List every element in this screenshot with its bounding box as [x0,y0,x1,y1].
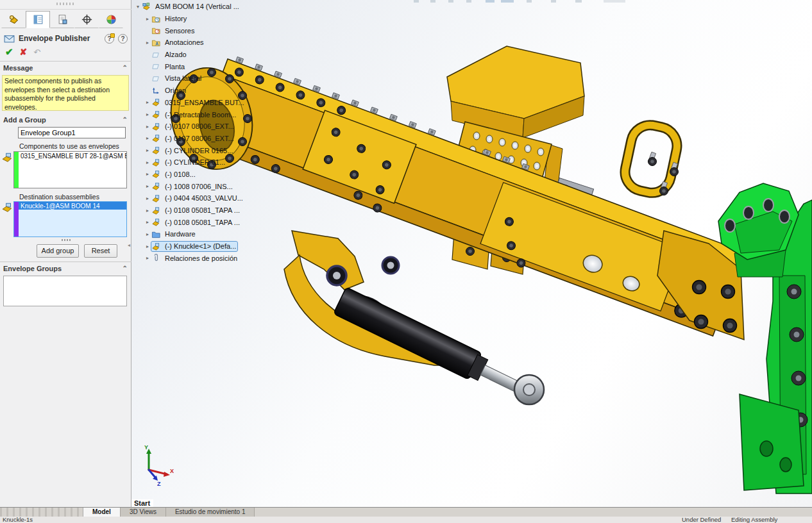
tree-item[interactable]: Planta [134,60,282,72]
tree-item-label: (-) 1008 07006_INS... [164,183,234,190]
tree-item[interactable]: ▸(-) 0108... [134,169,282,181]
message-text: Select components to publish as envelope… [2,75,129,111]
chevron-up-icon: ⌃ [123,116,128,123]
status-bar: Knuckle-1s Under Defined Editing Assembl… [0,517,812,523]
plane-icon [151,74,161,83]
expand-arrow-icon[interactable]: ▸ [144,208,151,213]
expand-arrow-icon[interactable]: ▸ [144,124,151,129]
feature-tree: ▾ASM BOOM 14 (Vertical ...▸HistorySensor… [134,1,282,264]
divider [0,61,131,62]
tree-item[interactable]: ▸Hardware [134,228,282,240]
mates-icon [151,253,161,263]
panel-resize-grip[interactable] [56,3,74,5]
add-group-button[interactable]: Add group [37,244,79,258]
component-icon [151,122,161,131]
expand-arrow-icon[interactable]: ▸ [144,112,151,117]
tree-item[interactable]: ▸(-) 0108 05081_TAPA ... [134,204,282,217]
whats-wrong-help-icon[interactable]: ? [105,34,114,44]
tree-item[interactable]: ▸(-) Retractable Boom... [134,108,282,120]
doc-tab-estudio-de-movimiento-1[interactable]: Estudio de movimiento 1 [166,508,255,517]
dimxpertmanager-tab[interactable] [74,11,99,28]
propertymanager-tab[interactable] [26,11,50,28]
group-name-input[interactable] [18,127,126,138]
envelope-groups-list[interactable] [3,276,127,306]
tree-item[interactable]: ▸(-) 0108 05081_TAPA ... [134,216,282,228]
cancel-button[interactable]: ✘ [20,47,28,57]
component-icon [151,145,161,155]
status-selection-text: Knuckle-1s [3,516,33,523]
components-selection-list[interactable]: 0315_ENSAMBLE BUT 28-1@ASM BOOM 14. [13,151,127,188]
envelope-publisher-icon [4,34,15,44]
tree-item[interactable]: Sensores [134,24,282,37]
expand-arrow-icon[interactable]: ▸ [144,40,151,46]
expand-arrow-icon[interactable]: ▾ [134,4,142,10]
tree-item[interactable]: ▸(-) CYLINDER 0165... [134,144,282,156]
expand-arrow-icon[interactable]: ▸ [144,183,151,189]
ok-button[interactable]: ✔ [5,46,13,58]
tree-item[interactable]: ▸(-) 0404 45003_VALVU... [134,192,282,204]
add-group-section-header[interactable]: Add a Group ⌃ [0,115,131,126]
doc-tab-3d-views[interactable]: 3D Views [121,508,166,517]
manager-tab-strip [1,11,123,28]
tree-item-label: (-) Knuckle<1> (Defa... [164,242,237,250]
tree-item[interactable]: ▸(-) 0107 08006_EXT... [134,120,282,133]
tree-item[interactable]: ▾ASM BOOM 14 (Vertical ... [134,1,282,13]
undo-button[interactable]: ↶ [33,47,40,57]
plane-icon [151,62,161,71]
expand-arrow-icon[interactable]: ▸ [144,171,151,177]
expand-arrow-icon[interactable]: ▸ [144,244,151,249]
expand-arrow-icon[interactable]: ▸ [144,219,151,225]
list-resize-grip[interactable] [62,239,71,241]
tree-item[interactable]: Alzado [134,49,282,61]
tab-scroll-area[interactable] [0,508,83,517]
component-icon [151,97,161,107]
expand-arrow-icon[interactable]: ▸ [144,255,151,261]
featuremanager-icon [8,14,19,25]
divider [0,262,131,262]
displaymanager-tab[interactable] [99,11,123,28]
panel-flyout-handle[interactable]: ◂ [128,238,131,253]
tree-item[interactable]: ▸(-) 1008 07006_INS... [134,180,282,192]
reset-button[interactable]: Reset [84,244,117,258]
expand-arrow-icon[interactable]: ▸ [144,135,151,141]
expand-arrow-icon[interactable]: ▸ [144,160,151,165]
envelope-groups-section-header[interactable]: Envelope Groups ⌃ [0,263,131,274]
graphics-viewport[interactable]: Y X Z ▾ASM BOOM 14 (Vertical ...▸History… [131,0,812,508]
triad-y-label: Y [144,444,148,451]
expand-arrow-icon[interactable]: ▸ [144,99,151,105]
tree-item[interactable]: ▸(-) 0107 08006_EXT... [134,133,282,145]
tree-item[interactable]: ▸History [134,13,282,25]
coordinate-triad: Y X Z [144,444,174,487]
tree-item[interactable]: ▸(-) CYLINDER 01... [134,156,282,169]
doc-tab-model[interactable]: Model [83,508,121,517]
configurationmanager-icon [57,14,68,25]
message-section-header[interactable]: Message ⌃ [0,63,131,74]
heads-up-toolbar-remnant [414,0,683,3]
triad-x-label: X [170,468,174,474]
status-under-defined: Under Defined [682,516,721,523]
expand-arrow-icon[interactable]: ▸ [144,147,151,153]
tree-item[interactable]: ▸0315_ENSAMBLE BUT... [134,97,282,109]
page-title: Envelope Publisher [19,34,101,43]
featuremanager-tab[interactable] [1,11,26,28]
expand-arrow-icon[interactable]: ▸ [144,231,151,237]
tree-item[interactable]: ▸(-) Knuckle<1> (Defa... [134,240,282,253]
tree-item[interactable]: ▸Anotaciones [134,37,282,49]
components-group-icon [2,153,13,163]
tree-item[interactable]: Origen [134,85,282,97]
solidworks-window: Y X Z ▾ASM BOOM 14 (Vertical ...▸History… [0,0,812,523]
expand-arrow-icon[interactable]: ▸ [144,16,151,22]
tree-item[interactable]: Vista lateral [134,72,282,85]
help-icon[interactable]: ? [118,34,128,44]
tree-item[interactable]: ▸Relaciones de posición [134,252,282,264]
knuckle-green-part[interactable] [718,183,812,494]
property-manager-actions: ✔ ✘ ↶ [5,46,40,58]
tree-item-label: Sensores [164,27,196,35]
destination-selection-list[interactable]: Knuckle-1@ASM BOOM 14 [13,201,127,237]
list-item[interactable]: 0315_ENSAMBLE BUT 28-1@ASM BOOM 14. [19,152,126,160]
configurationmanager-tab[interactable] [50,11,74,28]
list-item[interactable]: Knuckle-1@ASM BOOM 14 [19,202,126,210]
expand-arrow-icon[interactable]: ▸ [144,195,151,201]
component-icon [151,242,161,251]
tree-item-label: Anotaciones [164,38,205,46]
